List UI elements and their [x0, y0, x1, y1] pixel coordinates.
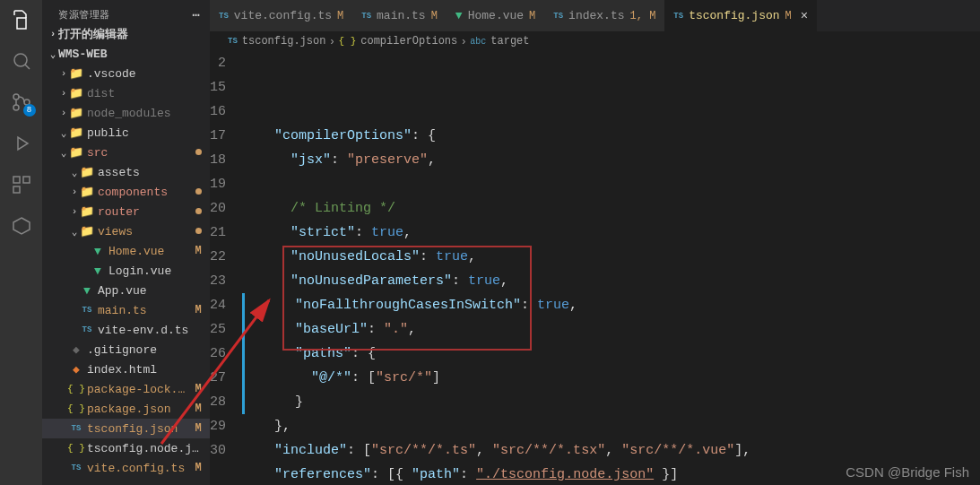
- file-tree: ›📁.vscode›📁dist›📁node_modules⌄📁public⌄📁s…: [42, 64, 210, 485]
- watermark: CSDN @Bridge Fish: [846, 464, 969, 480]
- editor-area: TSvite.config.tsMTSmain.tsM▼Home.vueMTSi…: [210, 0, 980, 485]
- svg-rect-4: [13, 177, 20, 183]
- folder-item[interactable]: ›📁components: [42, 182, 210, 202]
- search-icon[interactable]: [11, 50, 32, 72]
- folder-item[interactable]: ⌄📁views: [42, 221, 210, 241]
- code-content[interactable]: "compilerOptions": { "jsx": "preserve", …: [242, 51, 980, 485]
- folder-item[interactable]: ›📁node_modules: [42, 103, 210, 123]
- line-gutter: 215161718192021222324252627282930: [210, 51, 242, 485]
- file-item[interactable]: TSmain.tsM: [42, 300, 210, 320]
- code-editor[interactable]: 215161718192021222324252627282930 "compi…: [210, 51, 980, 485]
- folder-item[interactable]: ›📁router: [42, 202, 210, 221]
- svg-rect-6: [13, 186, 20, 193]
- sidebar-header: 资源管理器 ⋯: [42, 0, 210, 24]
- editor-tabs: TSvite.config.tsMTSmain.tsM▼Home.vueMTSi…: [210, 0, 980, 31]
- folder-item[interactable]: ›📁.vscode: [42, 64, 210, 83]
- activity-bar: 8: [0, 0, 42, 485]
- file-item[interactable]: { }tsconfig.node.json: [42, 438, 210, 458]
- abc-icon: abc: [470, 37, 486, 47]
- scm-icon[interactable]: 8: [11, 91, 32, 113]
- debug-icon[interactable]: [11, 133, 32, 154]
- file-item[interactable]: { }package.jsonM: [42, 399, 210, 419]
- file-item[interactable]: TSvite.config.tsM: [42, 458, 210, 478]
- file-item[interactable]: { }package-lock.jsonM: [42, 379, 210, 399]
- folder-item[interactable]: ⌄📁public: [42, 123, 210, 143]
- close-icon: ×: [801, 9, 808, 23]
- extensions-icon[interactable]: [11, 174, 32, 195]
- file-item[interactable]: TStsconfig.jsonM: [42, 419, 210, 438]
- folder-item[interactable]: ⌄📁src: [42, 143, 210, 162]
- sidebar-title: 资源管理器: [58, 8, 110, 22]
- editor-tab[interactable]: TStsconfig.jsonM×: [664, 0, 817, 31]
- editor-tab[interactable]: TSvite.config.tsM: [210, 0, 352, 31]
- file-item[interactable]: ▼Login.vue: [42, 261, 210, 281]
- editor-tab[interactable]: TSmain.tsM: [352, 0, 447, 31]
- folder-item[interactable]: ⌄📁assets: [42, 162, 210, 182]
- svg-point-2: [13, 105, 19, 110]
- file-item[interactable]: ▼Home.vueM: [42, 241, 210, 261]
- svg-rect-5: [23, 177, 30, 183]
- project-root[interactable]: ⌄ WMS-WEB: [42, 44, 210, 64]
- chevron-down-icon: ⌄: [48, 48, 58, 60]
- scm-badge: 8: [23, 104, 36, 117]
- svg-point-0: [14, 54, 27, 66]
- file-item[interactable]: TSvite-env.d.ts: [42, 320, 210, 340]
- editors-section[interactable]: › 打开的编辑器: [42, 24, 210, 44]
- editor-tab[interactable]: ▼Home.vueM: [447, 0, 544, 31]
- cloud-icon[interactable]: [11, 215, 32, 237]
- svg-point-1: [13, 94, 19, 100]
- chevron-right-icon: ›: [48, 29, 58, 39]
- file-item[interactable]: ◆index.html: [42, 359, 210, 379]
- breadcrumb[interactable]: TS tsconfig.json › { } compilerOptions ›…: [210, 31, 980, 51]
- file-item[interactable]: ◆.gitignore: [42, 340, 210, 359]
- braces-icon: { }: [338, 36, 356, 47]
- ts-icon: TS: [228, 37, 238, 46]
- file-item[interactable]: ▼App.vue: [42, 281, 210, 300]
- more-icon[interactable]: ⋯: [193, 7, 201, 22]
- explorer-icon[interactable]: [11, 9, 32, 30]
- editor-tab[interactable]: TSindex.ts1, M: [544, 0, 664, 31]
- explorer-sidebar: 资源管理器 ⋯ › 打开的编辑器 ⌄ WMS-WEB ›📁.vscode›📁di…: [42, 0, 210, 485]
- folder-item[interactable]: ›📁dist: [42, 83, 210, 103]
